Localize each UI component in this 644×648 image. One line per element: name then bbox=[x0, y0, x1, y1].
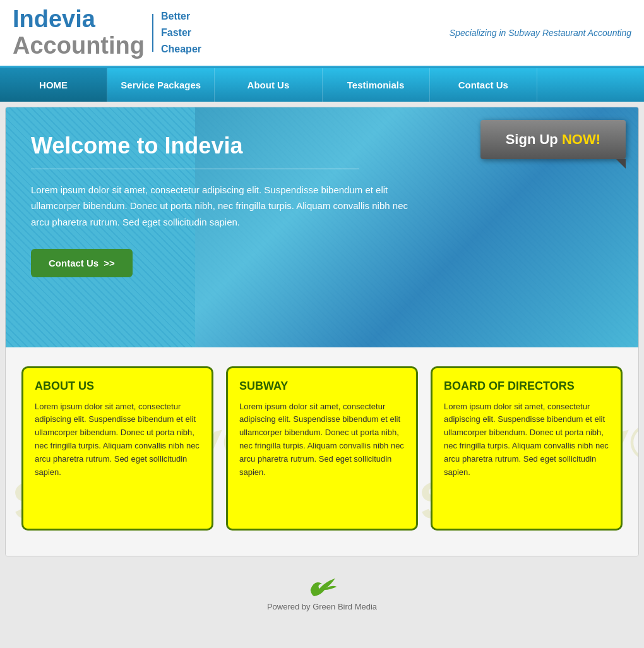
site-header: Indevia Accounting Better Faster Cheaper… bbox=[0, 0, 644, 68]
header-specialization: Specializing in Subway Restaurant Accoun… bbox=[450, 28, 631, 38]
cards-grid: ABOUT US Lorem ipsum dolor sit amet, con… bbox=[21, 366, 623, 531]
hero-section: Sign Up NOW! Welcome to Indevia Lorem ip… bbox=[6, 107, 638, 347]
contact-btn-label: Contact Us bbox=[49, 258, 98, 268]
signup-text: Sign Up bbox=[506, 131, 558, 147]
hero-content: Welcome to Indevia Lorem ipsum dolor sit… bbox=[31, 133, 422, 278]
logo-indevia: Indevia bbox=[13, 6, 95, 32]
hero-divider bbox=[31, 169, 359, 169]
card-subway-text: Lorem ipsum dolor sit amet, consectetur … bbox=[239, 400, 405, 479]
main-container: Sign Up NOW! Welcome to Indevia Lorem ip… bbox=[5, 107, 639, 556]
card-board-title: BOARD OF DIRECTORS bbox=[444, 380, 609, 393]
main-nav: HOME Service Packages About Us Testimoni… bbox=[0, 68, 644, 102]
nav-item-home[interactable]: HOME bbox=[0, 68, 107, 102]
card-subway: SUBWAY Lorem ipsum dolor sit amet, conse… bbox=[226, 366, 418, 531]
contact-btn-arrows: >> bbox=[104, 258, 115, 268]
footer-powered-by: Powered by Green Bird Media bbox=[6, 602, 638, 611]
logo-text: Indevia Accounting bbox=[13, 6, 145, 59]
logo-tagline: Better Faster Cheaper bbox=[161, 8, 201, 57]
nav-item-extra bbox=[537, 68, 644, 102]
logo-divider bbox=[152, 14, 153, 52]
cards-section: SUBWAY® fresh. SUBWAY® fresh. SUBWAY® fr… bbox=[6, 347, 638, 556]
card-subway-title: SUBWAY bbox=[239, 380, 405, 393]
card-about-us-text: Lorem ipsum dolor sit amet, consectetur … bbox=[35, 400, 200, 479]
nav-item-testimonials[interactable]: Testimonials bbox=[323, 68, 430, 102]
signup-now: NOW! bbox=[562, 131, 600, 147]
hero-title: Welcome to Indevia bbox=[31, 133, 422, 159]
card-about-us-title: ABOUT US bbox=[35, 380, 200, 393]
card-about-us: ABOUT US Lorem ipsum dolor sit amet, con… bbox=[21, 366, 213, 531]
card-board-text: Lorem ipsum dolor sit amet, consectetur … bbox=[444, 400, 609, 479]
hero-body: Lorem ipsum dolor sit amet, consectetur … bbox=[31, 182, 422, 231]
bird-icon bbox=[6, 574, 638, 602]
logo-accounting: Accounting bbox=[13, 32, 145, 59]
contact-us-button[interactable]: Contact Us >> bbox=[31, 249, 133, 277]
signup-button[interactable]: Sign Up NOW! bbox=[480, 120, 626, 159]
nav-item-service-packages[interactable]: Service Packages bbox=[107, 68, 215, 102]
footer: Powered by Green Bird Media bbox=[0, 561, 644, 621]
nav-item-contact-us[interactable]: Contact Us bbox=[430, 68, 537, 102]
card-board-of-directors: BOARD OF DIRECTORS Lorem ipsum dolor sit… bbox=[431, 366, 623, 531]
nav-item-about-us[interactable]: About Us bbox=[215, 68, 322, 102]
logo-area: Indevia Accounting Better Faster Cheaper bbox=[13, 6, 201, 59]
